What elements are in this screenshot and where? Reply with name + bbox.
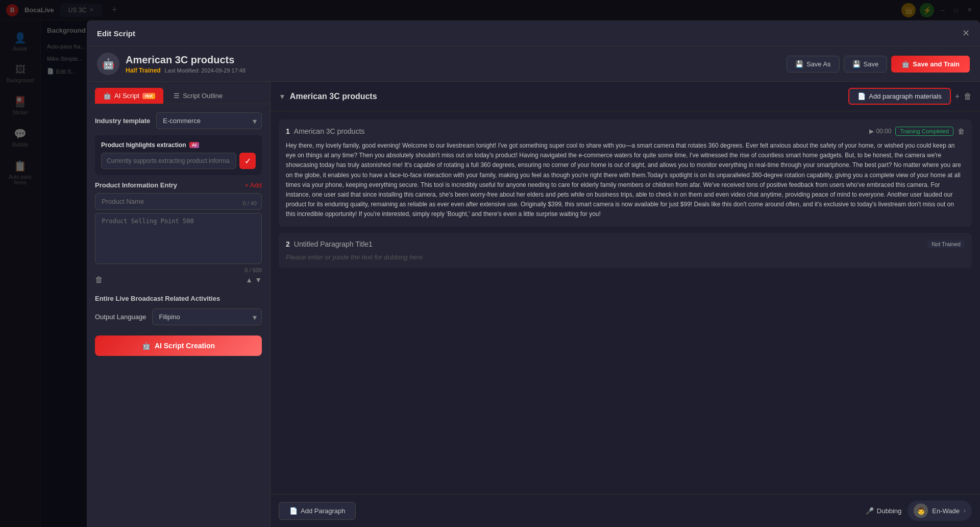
script-outline-icon: ☰: [174, 92, 180, 100]
para-header-2: 2 Untitled Paragraph Title1 Not Trained: [286, 240, 965, 248]
not-trained-badge-2: Not Trained: [927, 240, 965, 248]
edit-script-modal: Edit Script ✕ 🤖 American 3C products Hal…: [87, 20, 980, 527]
product-selling-textarea[interactable]: [95, 213, 262, 264]
ai-badge: AI: [189, 142, 199, 148]
save-button[interactable]: 💾 Save: [844, 56, 888, 73]
training-completed-badge-1: Training Completed: [895, 127, 953, 136]
product-info-label: Product Information Entry: [95, 181, 177, 189]
script-content: 1 American 3C products ▶ 00:00 Training …: [271, 111, 980, 494]
move-down-button[interactable]: ▼: [255, 276, 262, 284]
panel-content: Industry template E-commerce ▾ Product h…: [87, 104, 270, 364]
ai-script-creation-button[interactable]: 🤖 AI Script Creation: [95, 336, 262, 356]
product-name-count: 0 / 40: [242, 200, 257, 206]
save-train-label: Save and Train: [913, 60, 960, 68]
tab-script-outline[interactable]: ☰ Script Outline: [165, 88, 231, 104]
time-display-1: 00:00: [876, 128, 891, 135]
add-para-materials-icon: 📄: [857, 92, 866, 100]
selling-point-count: 0 / 500: [95, 267, 262, 273]
delete-product-button[interactable]: 🗑: [95, 275, 103, 284]
highlights-submit-button[interactable]: ✓: [239, 153, 256, 169]
voice-avatar: 👨: [914, 504, 928, 518]
dubbing-text: Dubbing: [877, 507, 901, 515]
script-add-icon[interactable]: +: [955, 92, 960, 101]
move-up-button[interactable]: ▲: [246, 276, 253, 284]
tabs-row: 🤖 AI Script Hot ☰ Script Outline: [87, 82, 270, 104]
add-paragraph-button[interactable]: 📄 Add Paragraph: [279, 502, 356, 520]
ai-script-creation-icon: 🤖: [142, 342, 151, 350]
para-play-button-1[interactable]: ▶ 00:00: [869, 128, 891, 135]
para-title-2: Untitled Paragraph Title1: [294, 240, 923, 248]
save-icon: 💾: [852, 60, 861, 68]
save-label: Save: [864, 60, 879, 68]
save-as-label: Save As: [806, 60, 831, 68]
half-trained-badge: Half Trained: [126, 67, 161, 74]
highlights-input[interactable]: [101, 153, 236, 169]
product-subtitle: Half Trained Last Modified: 2024-09-29 1…: [126, 67, 246, 74]
add-paragraph-label: Add Paragraph: [301, 507, 345, 515]
modal-body: 🤖 AI Script Hot ☰ Script Outline Industr…: [87, 82, 980, 527]
script-delete-icon[interactable]: 🗑: [964, 92, 972, 101]
collapse-button[interactable]: ▼: [279, 92, 286, 101]
row-actions: 🗑 ▲ ▼: [95, 275, 262, 284]
industry-row: Industry template E-commerce ▾: [95, 112, 262, 129]
play-icon-1: ▶: [869, 128, 874, 135]
info-entry-header: Product Information Entry + Add: [95, 181, 262, 189]
paragraph-block-1: 1 American 3C products ▶ 00:00 Training …: [279, 119, 972, 227]
arrow-buttons: ▲ ▼: [246, 276, 262, 284]
header-buttons: 💾 Save As 💾 Save 🤖 Save and Train: [787, 56, 970, 73]
save-as-button[interactable]: 💾 Save As: [787, 56, 840, 73]
script-section-title: American 3C products: [290, 92, 377, 101]
product-name-input-wrapper: 0 / 40: [95, 193, 262, 213]
output-lang-row: Output Language Filipino ▾: [95, 308, 262, 325]
script-header: ▼ American 3C products 📄 Add paragraph m…: [271, 82, 980, 111]
paragraph-block-2: 2 Untitled Paragraph Title1 Not Trained …: [279, 233, 972, 268]
para-num-2: 2: [286, 240, 290, 248]
highlights-title: Product highlights extraction AI: [101, 141, 256, 149]
output-lang-label: Output Language: [95, 313, 146, 321]
industry-label: Industry template: [95, 117, 150, 125]
add-para-materials-label: Add paragraph materials: [869, 92, 941, 100]
save-as-icon: 💾: [795, 60, 803, 68]
add-paragraph-icon: 📄: [289, 507, 298, 515]
tab-ai-script-label: AI Script: [114, 92, 139, 100]
product-title: American 3C products: [126, 54, 246, 66]
para-title-1: American 3C products: [294, 127, 866, 135]
para-delete-button-1[interactable]: 🗑: [958, 127, 965, 135]
tab-script-outline-label: Script Outline: [183, 92, 223, 100]
voice-selector[interactable]: 👨 En-Wade ›: [908, 500, 972, 521]
industry-select-wrapper: E-commerce ▾: [156, 112, 262, 129]
product-info-entry: Product Information Entry + Add 0 / 40 0…: [95, 181, 262, 284]
save-and-train-button[interactable]: 🤖 Save and Train: [891, 56, 970, 73]
dubbing-icon: 🎤: [866, 507, 874, 515]
ai-script-creation-label: AI Script Creation: [155, 342, 215, 350]
product-info: American 3C products Half Trained Last M…: [126, 54, 246, 74]
script-footer: 📄 Add Paragraph 🎤 Dubbing 👨 En-Wade ›: [271, 494, 980, 527]
product-name-input[interactable]: [95, 193, 262, 210]
para-num-1: 1: [286, 127, 290, 135]
industry-select[interactable]: E-commerce: [156, 112, 262, 129]
dubbing-label: 🎤 Dubbing: [866, 507, 901, 515]
output-lang-select[interactable]: Filipino: [152, 308, 262, 325]
product-avatar: 🤖: [97, 53, 119, 75]
modal-close-button[interactable]: ✕: [962, 28, 970, 39]
add-product-button[interactable]: + Add: [244, 181, 262, 189]
right-panel: ▼ American 3C products 📄 Add paragraph m…: [271, 82, 980, 527]
hot-badge: Hot: [142, 93, 155, 99]
highlights-box: Product highlights extraction AI ✓: [95, 135, 262, 175]
broadcast-label: Entire Live Broadcast Related Activities: [95, 295, 262, 302]
voice-name: En-Wade: [932, 507, 960, 515]
para-header-1: 1 American 3C products ▶ 00:00 Training …: [286, 127, 965, 136]
modal-title: Edit Script: [97, 29, 135, 38]
para-placeholder-2: Please enter or paste the text for dubbi…: [286, 253, 965, 261]
output-lang-select-wrapper: Filipino ▾: [152, 308, 262, 325]
save-train-icon: 🤖: [901, 60, 910, 68]
tab-ai-script[interactable]: 🤖 AI Script Hot: [95, 88, 163, 104]
add-paragraph-materials-button[interactable]: 📄 Add paragraph materials: [848, 88, 950, 105]
modal-header: Edit Script ✕: [87, 20, 980, 46]
product-name-field-container: 0 / 40 0 / 500: [95, 193, 262, 273]
para-text-1[interactable]: Hey there, my lovely family, good evenin…: [286, 141, 965, 220]
highlights-input-row: ✓: [101, 153, 256, 169]
last-modified-text: Last Modified: 2024-09-29 17:48: [165, 67, 246, 74]
left-panel: 🤖 AI Script Hot ☰ Script Outline Industr…: [87, 82, 271, 527]
highlights-title-text: Product highlights extraction: [101, 141, 186, 149]
